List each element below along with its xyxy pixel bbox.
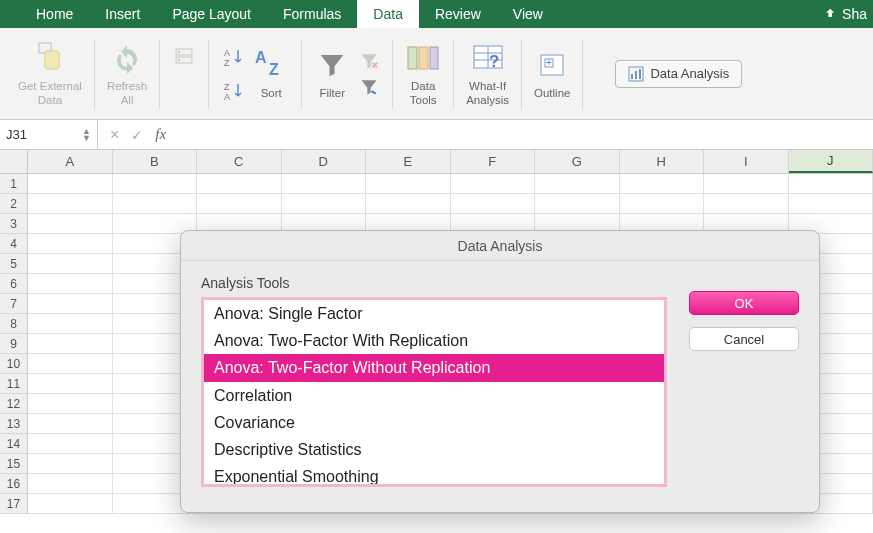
cell[interactable] (282, 174, 367, 194)
tab-review[interactable]: Review (419, 0, 497, 28)
cell[interactable] (197, 194, 282, 214)
formula-input[interactable] (178, 120, 873, 149)
row-header-7[interactable]: 7 (0, 294, 28, 314)
cell[interactable] (113, 174, 198, 194)
row-header-9[interactable]: 9 (0, 334, 28, 354)
cell[interactable] (28, 394, 113, 414)
fx-label[interactable]: fx (155, 126, 166, 143)
cell[interactable] (451, 194, 536, 214)
refresh-all-button[interactable]: Refresh All (97, 32, 157, 116)
tab-home[interactable]: Home (20, 0, 89, 28)
ok-button[interactable]: OK (689, 291, 799, 315)
column-header-B[interactable]: B (113, 150, 198, 173)
cell[interactable] (535, 174, 620, 194)
analysis-tool-item[interactable]: Covariance (204, 409, 664, 436)
cell[interactable] (28, 494, 113, 514)
row-header-12[interactable]: 12 (0, 394, 28, 414)
sort-desc-button[interactable]: ZA (221, 76, 247, 106)
separator (94, 39, 95, 109)
cell[interactable] (704, 194, 789, 214)
row-header-8[interactable]: 8 (0, 314, 28, 334)
get-external-data-button[interactable]: Get External Data (8, 32, 92, 116)
accept-formula-icon[interactable]: ✓ (131, 127, 143, 143)
row-header-15[interactable]: 15 (0, 454, 28, 474)
column-header-F[interactable]: F (451, 150, 536, 173)
cell[interactable] (451, 174, 536, 194)
cell[interactable] (28, 334, 113, 354)
sort-button[interactable]: AZ Sort (253, 32, 289, 116)
row-header-4[interactable]: 4 (0, 234, 28, 254)
row-header-3[interactable]: 3 (0, 214, 28, 234)
cell[interactable] (113, 194, 198, 214)
cancel-formula-icon[interactable]: × (110, 126, 119, 144)
analysis-tool-item[interactable]: Anova: Two-Factor With Replication (204, 327, 664, 354)
cell[interactable] (620, 194, 705, 214)
analysis-tool-item[interactable]: Anova: Single Factor (204, 300, 664, 327)
cell[interactable] (28, 454, 113, 474)
analysis-tool-item[interactable]: Exponential Smoothing (204, 463, 664, 487)
row-header-17[interactable]: 17 (0, 494, 28, 514)
clear-filter-icon[interactable] (358, 51, 380, 71)
cell[interactable] (28, 414, 113, 434)
cell[interactable] (28, 434, 113, 454)
cell[interactable] (620, 174, 705, 194)
what-if-button[interactable]: ? What-If Analysis (456, 32, 519, 116)
cell[interactable] (28, 354, 113, 374)
filter-button[interactable]: Filter (314, 32, 350, 116)
cell[interactable] (28, 174, 113, 194)
cell[interactable] (28, 214, 113, 234)
row-header-13[interactable]: 13 (0, 414, 28, 434)
cell[interactable] (535, 194, 620, 214)
tab-insert[interactable]: Insert (89, 0, 156, 28)
analysis-tool-item[interactable]: Correlation (204, 382, 664, 409)
analysis-tool-item[interactable]: Anova: Two-Factor Without Replication (204, 354, 664, 381)
cell[interactable] (28, 254, 113, 274)
outline-button[interactable]: + Outline (524, 32, 580, 116)
row-header-5[interactable]: 5 (0, 254, 28, 274)
row-header-16[interactable]: 16 (0, 474, 28, 494)
name-box-spinner[interactable]: ▲▼ (82, 128, 91, 142)
cell[interactable] (28, 314, 113, 334)
advanced-filter-icon[interactable] (358, 77, 380, 97)
row-header-2[interactable]: 2 (0, 194, 28, 214)
cell[interactable] (789, 174, 874, 194)
column-header-D[interactable]: D (282, 150, 367, 173)
cell[interactable] (28, 234, 113, 254)
cell[interactable] (789, 194, 874, 214)
column-header-G[interactable]: G (535, 150, 620, 173)
column-header-E[interactable]: E (366, 150, 451, 173)
column-header-C[interactable]: C (197, 150, 282, 173)
column-header-I[interactable]: I (704, 150, 789, 173)
cell[interactable] (197, 174, 282, 194)
cell[interactable] (28, 374, 113, 394)
row-header-1[interactable]: 1 (0, 174, 28, 194)
row-header-11[interactable]: 11 (0, 374, 28, 394)
tab-view[interactable]: View (497, 0, 559, 28)
row-header-6[interactable]: 6 (0, 274, 28, 294)
share-button[interactable]: Sha (822, 0, 867, 28)
select-all-corner[interactable] (0, 150, 28, 173)
cell[interactable] (28, 474, 113, 494)
cell[interactable] (28, 294, 113, 314)
data-analysis-button[interactable]: Data Analysis (615, 60, 742, 88)
tab-page-layout[interactable]: Page Layout (156, 0, 267, 28)
row-header-10[interactable]: 10 (0, 354, 28, 374)
column-header-J[interactable]: J (789, 150, 874, 173)
cell[interactable] (366, 194, 451, 214)
name-box[interactable]: J31 ▲▼ (0, 120, 98, 149)
column-header-H[interactable]: H (620, 150, 705, 173)
tab-formulas[interactable]: Formulas (267, 0, 357, 28)
cell[interactable] (282, 194, 367, 214)
sort-asc-button[interactable]: AZ (221, 42, 247, 72)
cell[interactable] (366, 174, 451, 194)
cell[interactable] (704, 174, 789, 194)
cancel-button[interactable]: Cancel (689, 327, 799, 351)
column-header-A[interactable]: A (28, 150, 113, 173)
row-header-14[interactable]: 14 (0, 434, 28, 454)
cell[interactable] (28, 274, 113, 294)
tab-data[interactable]: Data (357, 0, 419, 28)
analysis-tools-listbox[interactable]: Anova: Single FactorAnova: Two-Factor Wi… (201, 297, 667, 487)
analysis-tool-item[interactable]: Descriptive Statistics (204, 436, 664, 463)
data-tools-button[interactable]: Data Tools (395, 32, 451, 116)
cell[interactable] (28, 194, 113, 214)
